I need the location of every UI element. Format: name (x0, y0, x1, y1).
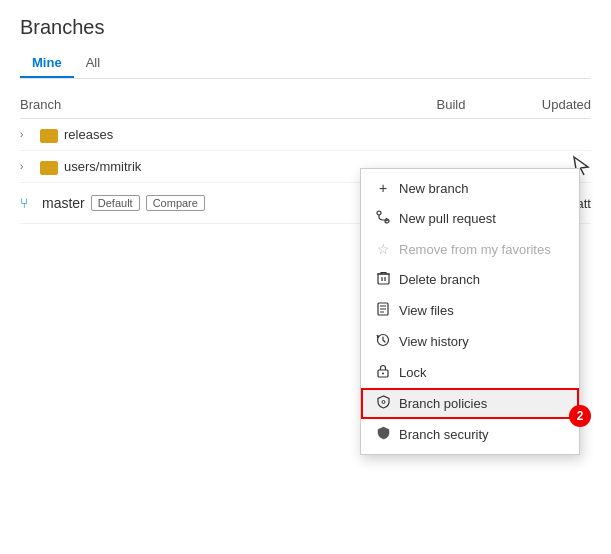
menu-label-view-files: View files (399, 303, 454, 318)
branch-policies-icon (375, 395, 391, 412)
menu-item-new-pull-request[interactable]: New pull request (361, 203, 579, 234)
tab-mine[interactable]: Mine (20, 49, 74, 78)
badge-compare[interactable]: Compare (146, 195, 205, 211)
plus-icon: + (375, 180, 391, 196)
menu-item-delete-branch[interactable]: Delete branch (361, 264, 579, 295)
context-menu: + New branch New pull request ☆ Remove f… (360, 168, 580, 455)
branch-name-users[interactable]: users/mmitrik (64, 159, 141, 174)
trash-icon (375, 271, 391, 288)
menu-label-new-pull-request: New pull request (399, 211, 496, 226)
folder-icon (40, 129, 58, 143)
tab-all[interactable]: All (74, 49, 112, 78)
menu-item-view-history[interactable]: View history (361, 326, 579, 357)
menu-item-branch-security[interactable]: Branch security (361, 419, 579, 450)
branch-name-master[interactable]: master (42, 195, 85, 211)
history-icon (375, 333, 391, 350)
menu-label-view-history: View history (399, 334, 469, 349)
branch-name-releases[interactable]: releases (64, 127, 113, 142)
lock-icon (375, 364, 391, 381)
table-header: Branch Build Updated (20, 91, 591, 119)
menu-label-new-branch: New branch (399, 181, 468, 196)
menu-label-delete-branch: Delete branch (399, 272, 480, 287)
step-2-badge: 2 (569, 405, 591, 427)
menu-label-branch-security: Branch security (399, 427, 489, 442)
svg-point-8 (382, 373, 384, 375)
menu-label-branch-policies: Branch policies (399, 396, 487, 411)
col-updated: Updated (491, 97, 591, 112)
tabs-container: Mine All (20, 49, 591, 79)
svg-rect-4 (378, 274, 389, 284)
menu-item-new-branch[interactable]: + New branch (361, 173, 579, 203)
pull-request-icon (375, 210, 391, 227)
col-branch: Branch (20, 97, 411, 112)
menu-item-view-files[interactable]: View files (361, 295, 579, 326)
file-icon (375, 302, 391, 319)
col-build: Build (411, 97, 491, 112)
list-item: › releases (20, 119, 591, 151)
branch-icon: ⑂ (20, 195, 36, 211)
folder-icon (40, 161, 58, 175)
badge-default[interactable]: Default (91, 195, 140, 211)
svg-point-9 (382, 401, 385, 404)
expand-icon[interactable]: › (20, 161, 36, 172)
menu-item-branch-policies[interactable]: Branch policies 2 (361, 388, 579, 419)
page-title: Branches (20, 16, 591, 39)
shield-icon (375, 426, 391, 443)
menu-label-lock: Lock (399, 365, 426, 380)
expand-icon[interactable]: › (20, 129, 36, 140)
svg-point-2 (377, 211, 381, 215)
star-empty-icon: ☆ (375, 241, 391, 257)
menu-label-remove-favorites: Remove from my favorites (399, 242, 551, 257)
menu-item-lock[interactable]: Lock (361, 357, 579, 388)
menu-item-remove-favorites: ☆ Remove from my favorites (361, 234, 579, 264)
